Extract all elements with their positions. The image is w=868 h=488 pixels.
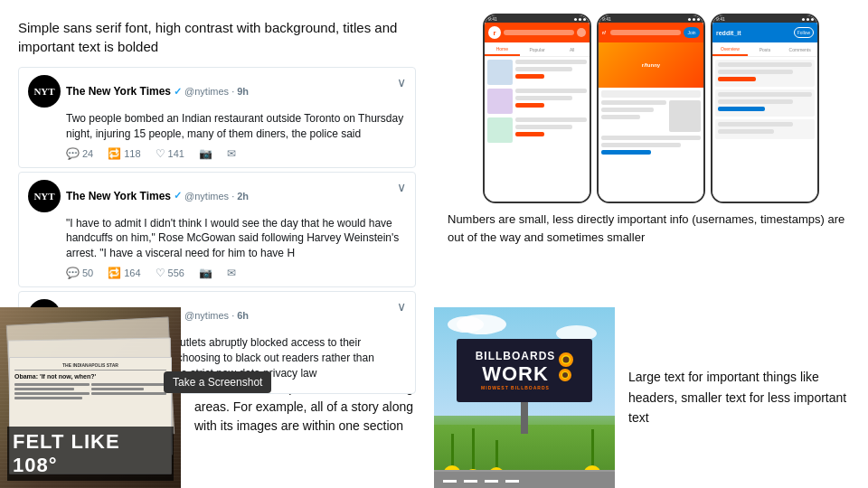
avatar-2: NYT: [28, 180, 61, 212]
reddit-description: Numbers are small, less directly importa…: [443, 211, 859, 246]
join-button[interactable]: Join: [684, 27, 700, 38]
road-line-4: [505, 480, 519, 483]
tweet-dot-3: ·: [231, 310, 234, 321]
overview-tab: Overview: [712, 42, 748, 56]
post-block-2: [487, 89, 587, 114]
newspaper-col-2: [91, 383, 166, 401]
text-line-21: [718, 107, 765, 111]
text-line-18: [718, 77, 756, 81]
text-line-2: [515, 67, 572, 71]
comments-tab: Comments: [782, 42, 817, 56]
tweet-handle-3: @nytimes: [184, 310, 229, 321]
retweet-icon-1: 🔁: [108, 147, 121, 160]
post-block-4: [601, 100, 701, 132]
tweet-card-2: NYT The New York Times ✓ @nytimes · 2h ∨…: [18, 172, 416, 287]
tweet-time-3: 6h: [237, 310, 249, 321]
billboard-sign: BILLBOARDS WORK MIDWEST BILLBOARDS: [457, 339, 592, 402]
cloud-2: [457, 314, 506, 334]
camera-icon-1: 📷: [199, 147, 212, 160]
phone-screen-3: 9:41 reddit_it Follow: [712, 15, 817, 202]
post-image-1: [669, 100, 701, 132]
phone-header-1: r: [485, 23, 590, 42]
tweet-meta-2: The New York Times ✓ @nytimes · 2h: [66, 190, 406, 202]
header-description: Simple sans serif font, high contrast wi…: [18, 18, 416, 56]
col-line-7: [91, 392, 166, 395]
signal-icon-3: [802, 18, 805, 21]
tweet-header-1: NYT The New York Times ✓ @nytimes · 9h ∨: [28, 75, 406, 108]
text-line-11: [601, 108, 654, 112]
chevron-icon-3[interactable]: ∨: [397, 299, 406, 314]
phone-screen-1: 9:41 r: [485, 15, 590, 202]
bottom-right-description: Large text for important things like hea…: [615, 307, 868, 488]
post-thumb-3: [487, 117, 513, 143]
follow-button[interactable]: Follow: [794, 27, 814, 38]
billboard-subtext: MIDWEST BILLBOARDS: [476, 385, 556, 390]
text-line-15: [601, 150, 651, 155]
tweet-handle-1: @nytimes: [184, 86, 229, 97]
text-line-23: [718, 129, 774, 134]
newspaper-banner: FELT LIKE 108°: [7, 427, 174, 481]
road-line-3: [485, 480, 498, 483]
retweet-count-1: 118: [124, 148, 140, 159]
search-bar-1: [504, 30, 574, 35]
reply-action-1[interactable]: 💬 24: [66, 147, 93, 160]
mail-icon-1: ✉: [227, 147, 236, 160]
reply-action-2[interactable]: 💬 50: [66, 267, 93, 279]
reddit-label-3: reddit_it: [716, 30, 741, 36]
text-line-10: [601, 100, 666, 105]
reply-icon-2: 💬: [66, 267, 80, 279]
tweet-body-1: Two people bombed an Indian restaurant o…: [28, 111, 406, 142]
subreddit-label: r/: [602, 30, 606, 35]
stem-2: [472, 428, 475, 469]
camera-icon-2: 📷: [199, 267, 212, 279]
mail-icon-2: ✉: [227, 267, 236, 279]
nyt-logo-2: NYT: [33, 191, 54, 202]
retweet-action-1[interactable]: 🔁 118: [108, 147, 140, 160]
billboard-line2: WORK: [476, 363, 556, 385]
like-action-1[interactable]: ♡ 141: [156, 147, 184, 160]
reply-count-1: 24: [82, 148, 93, 159]
tweet-actions-1: 💬 24 🔁 118 ♡ 141 📷 ✉: [28, 147, 406, 160]
chevron-icon-1[interactable]: ∨: [397, 75, 406, 89]
mail-action-1[interactable]: ✉: [227, 147, 236, 160]
all-tab: All: [554, 42, 590, 56]
home-tab: Home: [485, 42, 520, 56]
text-line-7: [515, 117, 587, 122]
like-count-2: 556: [168, 267, 184, 278]
status-icons-3: [802, 18, 814, 21]
reddit-section: 9:41 r: [434, 0, 868, 307]
profile-post-3: [715, 119, 815, 139]
tweet-dot-2: ·: [231, 191, 234, 202]
profile-post-1: [715, 60, 815, 87]
retweet-count-2: 164: [124, 267, 140, 278]
battery-icon-1: [583, 18, 586, 21]
battery-icon-2: [697, 18, 700, 21]
col-line-1: [14, 383, 90, 386]
text-line-5: [515, 96, 572, 100]
post-text-5: [601, 136, 701, 157]
road-markings: [443, 480, 606, 483]
camera-action-1[interactable]: 📷: [199, 147, 212, 160]
chevron-icon-2[interactable]: ∨: [397, 180, 406, 194]
screenshot-tooltip[interactable]: Take a Screenshot: [164, 371, 271, 393]
text-line-12: [601, 115, 640, 119]
text-line-16: [718, 62, 812, 67]
subreddit-name: r/funny: [642, 62, 660, 68]
avatar-icon-1: [577, 28, 586, 37]
tweet-dot-1: ·: [231, 86, 234, 97]
status-bar-2: 9:41: [599, 15, 703, 23]
retweet-action-2[interactable]: 🔁 164: [108, 267, 140, 279]
camera-action-2[interactable]: 📷: [199, 267, 212, 279]
col-line-2: [14, 388, 74, 390]
phone-mockup-2: 9:41 r/ Join: [597, 14, 705, 203]
follow-label: Follow: [797, 30, 810, 35]
like-action-2[interactable]: ♡ 556: [156, 267, 184, 279]
mail-action-2[interactable]: ✉: [227, 267, 236, 279]
status-icons-2: [688, 18, 700, 21]
tweet-time-1: 9h: [237, 86, 249, 97]
phone-content-1: [485, 57, 590, 202]
newspaper-image: THE INDIANAPOLIS STAR Obama: 'If not now…: [0, 307, 181, 488]
felt-like-text: FELT LIKE 108°: [13, 430, 168, 477]
billboard-image: BILLBOARDS WORK MIDWEST BILLBOARDS: [434, 307, 615, 488]
text-line-3: [515, 74, 544, 79]
